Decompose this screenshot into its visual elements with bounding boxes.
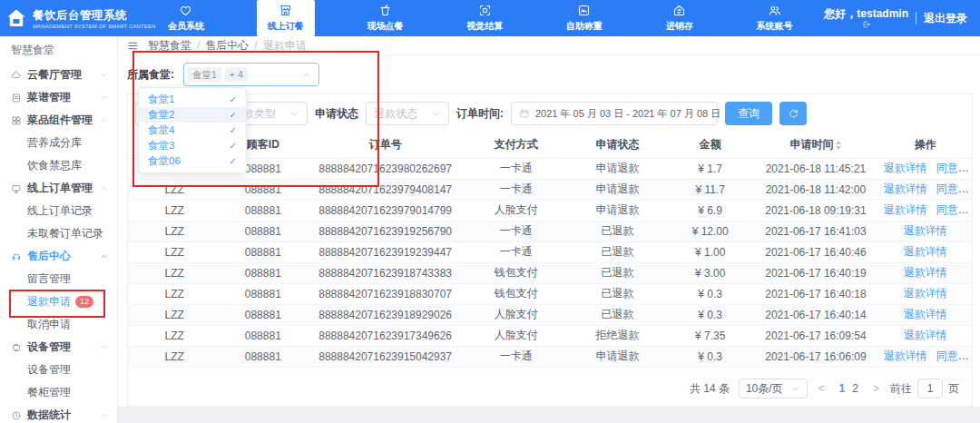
pay-method-cell: 人脸支付 — [466, 325, 567, 346]
approve-link[interactable]: 同意 — [936, 203, 958, 216]
nav-label: 进销存 — [666, 20, 693, 33]
sidebar-item-label: 饮食禁忌库 — [27, 158, 82, 173]
canteen-option[interactable]: 食堂1✓ — [139, 92, 246, 107]
sidebar-group-cloud-restaurant[interactable]: 云餐厅管理 — [0, 64, 117, 86]
nav-self-weighing[interactable]: 自助称重 — [555, 0, 613, 36]
canteen-option[interactable]: 食堂2✓ — [139, 107, 246, 123]
nav-visual-settlement[interactable]: 视觉结算 — [456, 0, 514, 36]
sidebar-group-label: 菜谱管理 — [27, 90, 71, 105]
applicant-cell: LZZ — [128, 262, 220, 283]
approve-link[interactable]: 同意 — [936, 162, 958, 174]
canteen-option[interactable]: 食堂06✓ — [139, 153, 246, 169]
sidebar-item-label: 设备管理 — [27, 362, 71, 378]
collapse-sidebar-icon[interactable] — [127, 40, 139, 52]
page-jump-input[interactable] — [917, 379, 943, 398]
canteen-option[interactable]: 食堂3✓ — [139, 138, 246, 153]
detail-link[interactable]: 退款详情 — [884, 182, 927, 195]
sidebar-item[interactable]: 未取餐订单记录 — [0, 222, 117, 245]
sidebar-group-after-sales[interactable]: 售后中心 — [0, 245, 117, 268]
pay-method-cell: 一卡通 — [466, 346, 567, 367]
sidebar-item[interactable]: 留言管理 — [0, 268, 117, 290]
nav-inventory[interactable]: 进销存 — [655, 0, 704, 36]
approve-link[interactable]: 同意 — [936, 182, 958, 195]
detail-link[interactable]: 退款详情 — [904, 224, 947, 237]
exit-mini-icon[interactable] — [862, 20, 871, 29]
sidebar-item[interactable]: 饮食禁忌库 — [0, 154, 117, 177]
amount-cell: ¥ 7.35 — [668, 325, 752, 346]
canteen-multiselect[interactable]: 食堂1 + 4 — [183, 63, 319, 86]
search-button[interactable]: 查询 — [725, 102, 772, 125]
detail-link[interactable]: 退款详情 — [904, 266, 947, 279]
app-brand: 餐饮后台管理系统 MANAGEMENT SYSTEM OF SMART CANT… — [0, 0, 136, 36]
pay-method-cell: 一卡通 — [466, 241, 567, 262]
order-time-range-picker[interactable]: 2021 年 05 月 03 日 - 2021 年 07 月 08 日 — [511, 102, 718, 125]
table-row: LZZ0888818888842071623918830707钱包支付已退款¥ … — [128, 283, 972, 304]
column-label: 顾客ID — [247, 137, 279, 152]
breadcrumb-item[interactable]: 售后中心 — [205, 38, 249, 54]
canteen-option[interactable]: 食堂4✓ — [139, 123, 246, 138]
table-row: LZZ0888818888842071623917349626人脸支付拒绝退款¥… — [128, 325, 972, 346]
sidebar-group-online-order-mgmt[interactable]: 线上订单管理 — [0, 177, 117, 200]
status-cell: 已退款 — [567, 262, 669, 283]
next-page-button[interactable]: > — [871, 382, 881, 395]
breadcrumb-separator: / — [197, 39, 200, 52]
order-time-label: 订单时间: — [456, 106, 504, 122]
detail-link[interactable]: 退款详情 — [904, 245, 947, 258]
detail-link[interactable]: 退款详情 — [884, 203, 927, 216]
page-1-button[interactable]: 1 — [836, 382, 849, 395]
sidebar-group-data-statistics[interactable]: 数据统计 — [0, 404, 117, 423]
nav-system-account[interactable]: 系统账号 — [745, 0, 803, 36]
logout-button[interactable]: 退出登录 — [924, 11, 967, 26]
amount-cell: ¥ 6.9 — [668, 200, 752, 221]
sidebar-item-label: 退款申请 — [27, 294, 71, 310]
sidebar-group-device-mgmt[interactable]: 设备管理 — [0, 336, 117, 359]
sort-asc-caret — [836, 141, 841, 144]
page-2-button[interactable]: 2 — [848, 382, 862, 395]
pay-method-cell: 一卡通 — [466, 221, 567, 241]
breadcrumb-item[interactable]: 智慧食堂 — [148, 38, 191, 54]
system-account-icon — [768, 4, 781, 17]
page-size-select[interactable]: 10条/页 — [739, 379, 808, 398]
recipe-icon — [11, 93, 22, 103]
customer-id-cell: 088881 — [220, 221, 305, 241]
order-no-cell: 8888842071623915042937 — [305, 346, 466, 367]
sidebar-group-label: 数据统计 — [27, 408, 71, 423]
apply-time-cell: 2021-06-17 16:40:14 — [752, 304, 879, 325]
refresh-button[interactable] — [779, 102, 807, 125]
sidebar-item[interactable]: 取消申请 — [0, 313, 117, 336]
sidebar-group-recipe[interactable]: 菜谱管理 — [0, 86, 117, 109]
page-jump: 前往 页 — [890, 379, 959, 398]
cloud-restaurant-icon — [11, 70, 22, 81]
detail-link[interactable]: 退款详情 — [904, 287, 947, 300]
order-no-cell: 8888842071623979014799 — [305, 200, 466, 221]
pagination: 共 14 条 10条/页 < 12 > 前往 页 — [128, 371, 972, 406]
nav-online-order[interactable]: 线上订餐 — [257, 0, 315, 36]
nav-onsite-order[interactable]: 现场点餐 — [356, 0, 414, 36]
detail-link[interactable]: 退款详情 — [904, 329, 947, 341]
prev-page-button[interactable]: < — [817, 382, 827, 395]
nav-member[interactable]: 会员系统 — [157, 0, 215, 36]
customer-id-cell: 088881 — [220, 346, 305, 367]
sort-carets-icon[interactable] — [836, 141, 841, 150]
apply-time-cell: 2021-06-18 11:42:00 — [752, 179, 879, 200]
detail-link[interactable]: 退款详情 — [904, 308, 947, 320]
canteen-filter-row: 所属食堂: 食堂1 + 4 — [118, 55, 980, 93]
sort-desc-caret — [836, 146, 841, 150]
sidebar-item[interactable]: 设备管理 — [0, 359, 117, 381]
nav-label: 会员系统 — [168, 20, 204, 33]
apply-status-select[interactable]: 退款状态 — [366, 102, 449, 125]
sidebar-item[interactable]: 餐柜管理 — [0, 381, 117, 404]
sidebar-group-label: 菜品组件管理 — [27, 113, 93, 128]
detail-link[interactable]: 退款详情 — [884, 349, 927, 362]
sidebar-item[interactable]: 线上订单记录 — [0, 200, 117, 222]
sidebar-item[interactable]: 营养成分库 — [0, 132, 117, 154]
chevron-down-icon — [431, 109, 441, 119]
actions-cell: 退款详情同意拒绝 — [879, 346, 972, 367]
approve-link[interactable]: 同意 — [936, 349, 958, 362]
sidebar-group-dish-component[interactable]: 菜品组件管理 — [0, 109, 117, 132]
nav-label: 线上订餐 — [268, 20, 304, 33]
sidebar-item-refund-request[interactable]: 退款申请12 — [0, 290, 117, 313]
table-row: LZZ0888818888842071623918743383钱包支付已退款¥ … — [128, 262, 972, 283]
detail-link[interactable]: 退款详情 — [884, 162, 927, 174]
nav-label: 视觉结算 — [466, 20, 503, 33]
